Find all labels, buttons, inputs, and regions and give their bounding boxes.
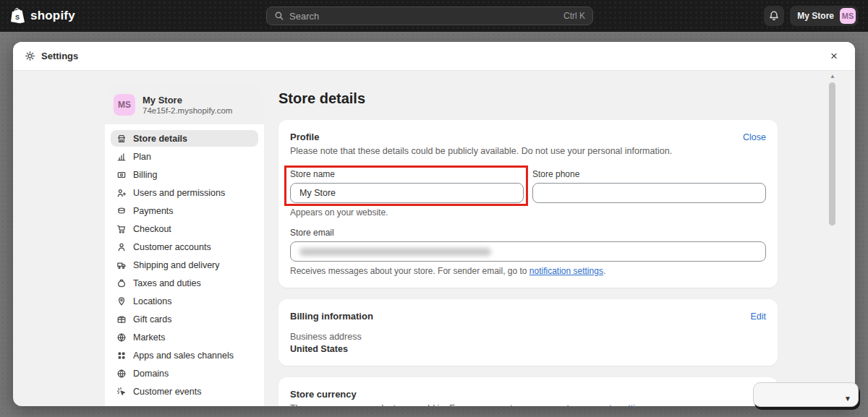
sidebar-item-users-and-permissions[interactable]: Users and permissions <box>111 184 258 201</box>
store-name-help: Appears on your website. <box>290 207 524 218</box>
markets-icon <box>116 332 127 343</box>
sidebar-store-name: My Store <box>142 95 232 106</box>
sidebar-item-shipping-and-delivery[interactable]: Shipping and delivery <box>111 257 258 273</box>
notification-settings-link[interactable]: notification settings <box>529 266 603 276</box>
settings-body: MS My Store 74e15f-2.myshopify.com Store… <box>13 71 855 406</box>
sidebar-store-avatar: MS <box>114 94 135 116</box>
billing-card: Billing information Edit Business addres… <box>278 299 778 366</box>
profile-card-title: Profile <box>290 132 319 142</box>
store-menu-label: My Store <box>797 11 834 21</box>
bell-icon <box>768 10 780 22</box>
store-name-label: Store name <box>290 169 524 179</box>
page-title: Store details <box>278 90 778 107</box>
chevron-down-icon: ▼ <box>844 395 851 403</box>
locations-icon <box>116 296 127 306</box>
currency-desc-prefix: The currency your products are sold in. … <box>290 403 576 406</box>
business-address-label: Business address <box>290 332 766 342</box>
billing-card-title: Billing information <box>290 311 373 322</box>
shopify-bag-icon: S <box>10 7 26 25</box>
scrollbar-thumb[interactable] <box>829 82 835 225</box>
store-menu-button[interactable]: My Store MS <box>790 6 858 26</box>
sidebar-item-store-details[interactable]: Store details <box>111 130 258 147</box>
close-icon[interactable]: × <box>825 48 843 64</box>
shipping-icon <box>116 260 127 270</box>
sidebar-item-markets[interactable]: Markets <box>111 329 258 345</box>
shopify-wordmark: shopify <box>30 9 75 23</box>
sidebar-item-apps-and-sales-channels[interactable]: Apps and sales channels <box>111 347 258 364</box>
business-address-value: United States <box>290 344 766 354</box>
store-email-help-suffix: . <box>603 266 605 276</box>
sidebar-store-card: MS My Store 74e15f-2.myshopify.com <box>105 85 264 124</box>
billing-icon <box>116 170 127 180</box>
payments-icon <box>116 206 127 216</box>
store-details-page: Store details Profile Close Please note … <box>278 71 778 406</box>
store-phone-label: Store phone <box>532 169 766 179</box>
floating-dropdown-widget[interactable]: ▼ <box>753 382 859 407</box>
shopify-logo[interactable]: S shopify <box>10 7 75 25</box>
profile-card: Profile Close Please note that these det… <box>278 120 778 288</box>
store-name-input[interactable] <box>290 183 524 203</box>
currency-card-title: Store currency <box>290 389 766 400</box>
payments-settings-link[interactable]: payments settings <box>576 403 650 406</box>
sidebar-item-customer-accounts[interactable]: Customer accounts <box>111 238 258 255</box>
domains-icon <box>116 369 127 379</box>
checkout-icon <box>116 224 127 234</box>
currency-desc-suffix: . <box>650 403 652 406</box>
sidebar-item-locations[interactable]: Locations <box>111 293 258 309</box>
sidebar-store-domain: 74e15f-2.myshopify.com <box>142 106 232 115</box>
settings-modal-header: Settings × <box>13 42 855 71</box>
topbar: S shopify Search Ctrl K My Store MS <box>0 0 868 32</box>
modal-scrollbar[interactable]: ▲ <box>829 74 836 225</box>
profile-close-link[interactable]: Close <box>743 132 766 142</box>
notifications-button[interactable] <box>764 6 784 26</box>
scrollbar-up-arrow[interactable]: ▲ <box>829 74 836 79</box>
settings-title: Settings <box>41 51 78 61</box>
gear-icon <box>25 51 35 61</box>
store-email-input[interactable] <box>290 241 766 262</box>
sidebar-item-payments[interactable]: Payments <box>111 202 258 219</box>
sidebar-item-taxes-and-duties[interactable]: Taxes and duties <box>111 275 258 291</box>
store-email-redacted-value <box>299 248 491 256</box>
search-placeholder: Search <box>289 11 558 22</box>
sidebar-item-gift-cards[interactable]: Gift cards <box>111 311 258 327</box>
apps-icon <box>116 351 127 361</box>
store-icon <box>116 134 127 144</box>
sidebar-item-checkout[interactable]: Checkout <box>111 220 258 237</box>
svg-text:S: S <box>15 14 20 21</box>
customer-accounts-icon <box>116 242 127 252</box>
store-email-label: Store email <box>290 228 766 238</box>
search-shortcut: Ctrl K <box>563 11 585 21</box>
currency-card: Store currency The currency your product… <box>278 377 778 406</box>
users-icon <box>116 188 127 198</box>
currency-card-description: The currency your products are sold in. … <box>290 403 766 406</box>
sidebar-item-billing[interactable]: Billing <box>111 166 258 183</box>
gift-cards-icon <box>116 314 127 324</box>
store-avatar-badge: MS <box>840 8 856 24</box>
store-email-help-prefix: Receives messages about your store. For … <box>290 266 529 276</box>
billing-edit-link[interactable]: Edit <box>750 311 766 322</box>
settings-modal: Settings × MS My Store 74e15f-2.myshopif… <box>13 42 855 406</box>
search-icon <box>274 11 284 21</box>
global-search-input[interactable]: Search Ctrl K <box>266 7 593 25</box>
profile-card-description: Please note that these details could be … <box>290 146 766 156</box>
store-phone-input[interactable] <box>532 183 766 203</box>
customer-events-icon <box>116 387 127 397</box>
settings-sidebar: MS My Store 74e15f-2.myshopify.com Store… <box>105 85 264 406</box>
sidebar-item-customer-events[interactable]: Customer events <box>111 383 258 400</box>
store-email-help: Receives messages about your store. For … <box>290 266 766 276</box>
settings-nav: Store details Plan Billing Users and per… <box>105 124 264 406</box>
sidebar-item-plan[interactable]: Plan <box>111 148 258 165</box>
plan-icon <box>116 152 127 162</box>
taxes-icon <box>116 278 127 288</box>
sidebar-item-domains[interactable]: Domains <box>111 365 258 382</box>
